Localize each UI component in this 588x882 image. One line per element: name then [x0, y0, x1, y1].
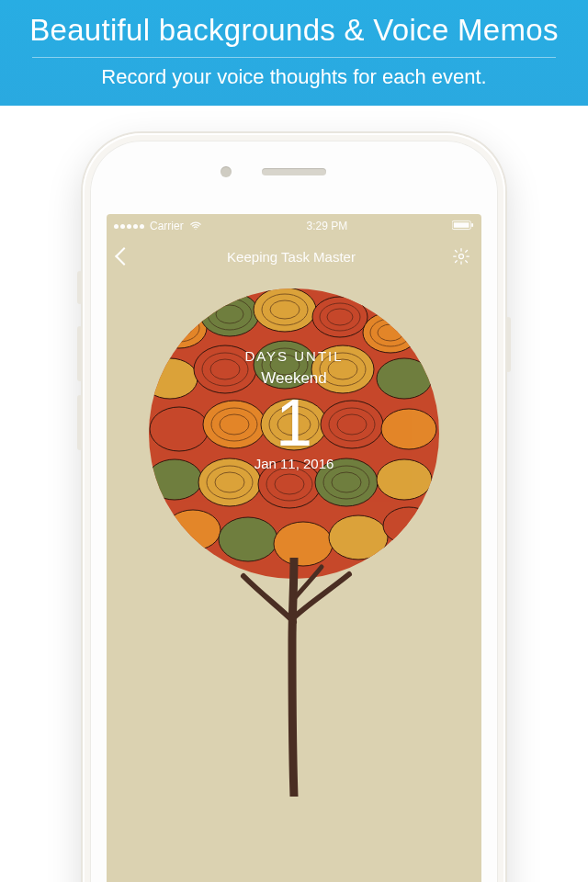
device-stage: Carrier 3:29 PM Keeping Task Master [0, 106, 588, 868]
svg-point-6 [152, 308, 207, 348]
promo-headline: Beautiful backgrounds & Voice Memos [9, 13, 579, 48]
wifi-icon [189, 220, 202, 232]
status-time: 3:29 PM [306, 220, 347, 232]
svg-point-27 [219, 517, 277, 561]
settings-gear-icon[interactable] [452, 247, 470, 266]
svg-point-31 [159, 314, 199, 342]
event-date: Jan 11, 2016 [107, 456, 481, 471]
svg-point-3 [459, 254, 464, 259]
signal-icon [114, 224, 144, 229]
screen-title: Keeping Task Master [130, 249, 452, 265]
status-bar: Carrier 3:29 PM [107, 214, 481, 238]
side-button [77, 271, 83, 304]
tree-trunk [220, 558, 368, 797]
content-area: DAYS UNTIL Weekend 1 Jan 11, 2016 [107, 275, 481, 882]
side-button [77, 326, 83, 381]
phone-frame: Carrier 3:29 PM Keeping Task Master [83, 133, 505, 882]
phone-speaker [262, 168, 326, 175]
promo-banner: Beautiful backgrounds & Voice Memos Reco… [0, 0, 588, 106]
countdown-block: DAYS UNTIL Weekend 1 Jan 11, 2016 [107, 348, 481, 471]
svg-rect-2 [471, 223, 473, 227]
svg-point-29 [329, 515, 388, 560]
promo-subline: Record your voice thoughts for each even… [9, 65, 579, 89]
screen: Carrier 3:29 PM Keeping Task Master [107, 214, 481, 882]
side-button [505, 317, 511, 372]
countdown-label: DAYS UNTIL [107, 348, 481, 364]
banner-divider [32, 57, 556, 58]
svg-point-32 [166, 320, 192, 336]
side-button [77, 395, 83, 450]
svg-point-26 [165, 510, 220, 550]
event-name: Weekend [107, 369, 481, 388]
carrier-label: Carrier [150, 220, 184, 232]
days-remaining: 1 [107, 390, 481, 456]
svg-point-30 [383, 507, 435, 544]
nav-bar: Keeping Task Master [107, 238, 481, 275]
phone-camera [220, 166, 232, 177]
battery-icon [452, 220, 474, 233]
svg-rect-1 [454, 222, 469, 228]
